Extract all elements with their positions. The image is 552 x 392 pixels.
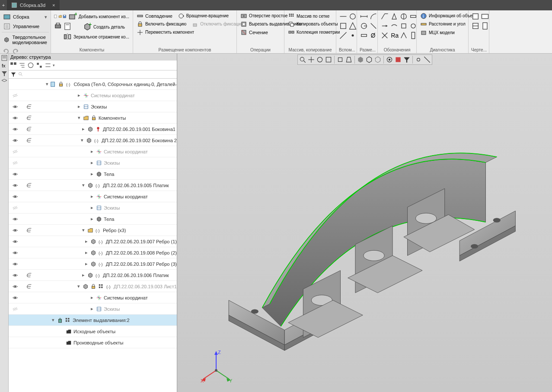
vt-wire-icon[interactable] — [365, 56, 373, 64]
dim-icon-4[interactable] — [369, 22, 378, 30]
expander[interactable]: ▾ — [77, 284, 81, 289]
object-info-button[interactable]: iИнформация об объекте — [419, 12, 466, 20]
move-component-button[interactable]: Переместить компонент — [136, 29, 234, 36]
vt-color-icon[interactable] — [394, 56, 402, 64]
dim-icon-3[interactable] — [360, 22, 368, 30]
not-icon-11[interactable] — [399, 31, 408, 40]
tree-row[interactable]: ∈▸Эскизы — [9, 101, 177, 112]
vt-pan-icon[interactable] — [307, 56, 315, 64]
vt-clip-icon[interactable] — [423, 56, 431, 64]
expander[interactable]: ▸ — [81, 272, 86, 278]
tree-body[interactable]: ▾(-)Сборка (Тел-0, Сборочных единиц-0, Д… — [9, 79, 177, 392]
expander[interactable]: ▾ — [81, 182, 86, 188]
tree-row[interactable]: ▸Системы координат — [9, 191, 177, 202]
tree-row[interactable]: ∈▸ДП22.02.06.20.19.001 Боковина1 — [9, 124, 177, 135]
create-part-button[interactable]: + Создать деталь — [82, 22, 126, 32]
enable-fix-button[interactable]: Включить фиксацию — [136, 20, 187, 28]
section-button[interactable]: Сечение — [239, 29, 281, 36]
vt-view-icon[interactable] — [386, 56, 393, 64]
tree-mode4-icon[interactable] — [35, 61, 43, 69]
coincidence-button[interactable]: Совпадение — [136, 12, 173, 20]
visibility-icon[interactable] — [12, 137, 18, 143]
visibility-icon[interactable] — [12, 160, 18, 166]
rail-filter-icon[interactable] — [1, 70, 8, 77]
add-component-button[interactable]: + Добавить компонент из... — [67, 12, 130, 22]
aux-icon-5[interactable] — [339, 31, 348, 40]
vt-filter-icon[interactable] — [403, 56, 411, 64]
tree-mode2-icon[interactable] — [18, 61, 26, 69]
tree-search-input[interactable] — [25, 72, 175, 77]
not-icon-9[interactable] — [380, 31, 389, 40]
visibility-icon[interactable] — [12, 182, 18, 188]
tree-row[interactable]: ▸Системы координат — [9, 90, 177, 101]
visibility-icon[interactable] — [12, 216, 18, 222]
not-icon-12[interactable] — [409, 31, 418, 40]
expander[interactable]: ▸ — [90, 205, 94, 210]
cut-extrude-button[interactable]: Вырезать выдавливанием — [239, 20, 281, 28]
dim-icon-5[interactable] — [360, 31, 368, 40]
aux-icon-2[interactable] — [348, 12, 357, 21]
vt-persp-icon[interactable] — [345, 56, 353, 64]
geom-collection-button[interactable]: Коллекция геометрии — [287, 29, 333, 36]
expander[interactable]: ▸ — [85, 250, 89, 255]
expander[interactable]: ▸ — [90, 149, 94, 154]
tree-row[interactable]: ▸Эскизы — [9, 303, 177, 315]
rail-layers-icon[interactable] — [1, 78, 8, 85]
visibility-icon[interactable] — [12, 239, 18, 245]
tree-row[interactable]: ▸Тела — [9, 214, 177, 225]
not-icon-4[interactable] — [409, 12, 418, 21]
aux-icon-1[interactable] — [339, 12, 348, 21]
not-icon-3[interactable] — [399, 12, 408, 21]
tree-row[interactable]: ▸Эскизы — [9, 202, 177, 214]
tree-row[interactable]: ▸(-)ДП.22.02.06.20.19.007 Ребро (3) — [9, 258, 177, 270]
assembly-button[interactable]: Сборка ▾ — [2, 12, 49, 22]
open-icon[interactable] — [58, 12, 62, 21]
vt-zoom-icon[interactable] — [299, 56, 306, 64]
draw-icon-2[interactable] — [481, 12, 489, 21]
vt-settings-icon[interactable] — [415, 56, 422, 64]
vt-fit-icon[interactable] — [325, 56, 332, 64]
visibility-icon[interactable] — [12, 250, 18, 256]
document-tab[interactable]: Сборка.a3d × — [7, 0, 60, 10]
expander[interactable]: ▸ — [90, 160, 94, 166]
rail-vars-icon[interactable]: fx — [1, 62, 8, 69]
visibility-icon[interactable] — [12, 261, 18, 267]
visibility-icon[interactable] — [12, 272, 18, 278]
expander[interactable]: ▾ — [51, 317, 55, 323]
visibility-icon[interactable] — [12, 104, 18, 110]
visibility-icon[interactable] — [12, 126, 18, 132]
not-icon-6[interactable] — [390, 22, 399, 30]
close-tab-button[interactable]: × — [52, 3, 55, 8]
expander[interactable]: ▾ — [77, 115, 81, 121]
tree-row[interactable]: ▸Эскизы — [9, 157, 177, 169]
draw-icon-1[interactable] — [471, 12, 480, 21]
not-icon-8[interactable] — [409, 22, 418, 30]
visibility-icon[interactable] — [12, 306, 18, 312]
dim-icon-2[interactable] — [369, 12, 378, 21]
tree-mode1-icon[interactable] — [10, 61, 17, 69]
expander[interactable]: ▾ — [81, 227, 86, 233]
tree-row[interactable]: ▸(-)ДП.22.02.06.20.19.007 Ребро (1) — [9, 236, 177, 247]
not-icon-10[interactable]: Ra — [390, 31, 399, 40]
visibility-icon[interactable] — [12, 295, 18, 301]
tree-row[interactable]: ▾Элемент выдавливания:2 — [9, 315, 177, 326]
not-icon-5[interactable] — [380, 22, 389, 30]
management-button[interactable]: Управление — [2, 22, 49, 31]
mirror-button[interactable]: Зеркальное отражение ко... — [62, 32, 130, 41]
aux-icon-3[interactable] — [339, 22, 348, 30]
visibility-icon[interactable] — [12, 284, 18, 290]
vt-rotate-icon[interactable] — [316, 56, 324, 64]
tree-row[interactable]: ▾(-)Сборка (Тел-0, Сборочных единиц-0, Д… — [9, 79, 177, 90]
expander[interactable]: ▾ — [46, 81, 48, 87]
vt-hidden-icon[interactable] — [374, 56, 382, 64]
aux-icon-6[interactable] — [348, 31, 357, 40]
expander[interactable]: ▸ — [90, 171, 94, 177]
visibility-icon[interactable] — [12, 92, 18, 99]
expander[interactable]: ▸ — [81, 126, 86, 132]
not-icon-1[interactable] — [380, 12, 389, 21]
tree-row[interactable]: ∈▸(-)ДП.22.02.06.20.19.006 Платик — [9, 270, 177, 281]
grid-array-button[interactable]: Массив по сетке — [287, 12, 333, 20]
save-icon[interactable] — [63, 12, 67, 21]
distance-button[interactable]: Расстояние и угол — [419, 20, 466, 28]
expander[interactable]: ▸ — [90, 194, 94, 199]
